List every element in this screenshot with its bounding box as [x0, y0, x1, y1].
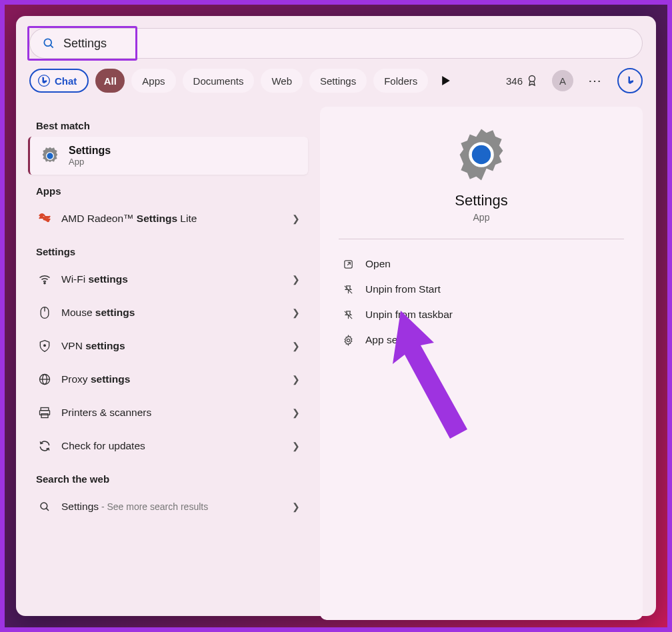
svg-line-1: [51, 45, 53, 48]
chevron-right-icon: ❯: [292, 501, 300, 512]
best-match-title: Settings: [69, 145, 111, 157]
settings-header: Settings: [29, 241, 308, 263]
shield-icon: [37, 339, 52, 353]
preview-header: Settings App: [339, 125, 624, 239]
search-bar[interactable]: [29, 28, 643, 59]
gear-icon: [341, 335, 355, 346]
action-unpin-start[interactable]: Unpin from Start: [339, 277, 624, 302]
svg-line-20: [46, 508, 49, 511]
best-match-subtitle: App: [69, 157, 111, 167]
refresh-icon: [37, 439, 52, 453]
action-unpin-taskbar[interactable]: Unpin from taskbar: [339, 302, 624, 327]
tab-apps[interactable]: Apps: [131, 69, 175, 93]
tab-chat-label: Chat: [55, 75, 77, 87]
search-window: Chat All Apps Documents Web Settings Fol…: [16, 16, 656, 616]
preview-panel: Settings App Open Unpin from Start Unpin…: [320, 107, 643, 620]
reward-points[interactable]: 346: [506, 75, 537, 87]
printer-icon: [37, 405, 52, 420]
results-column: Best match Settings App Apps AMD Radeon™…: [29, 107, 308, 620]
chevron-right-icon: ❯: [292, 274, 300, 285]
preview-subtitle: App: [473, 212, 490, 223]
chevron-right-icon: ❯: [292, 441, 300, 451]
svg-point-6: [40, 215, 43, 218]
preview-title: Settings: [455, 192, 508, 209]
action-open[interactable]: Open: [339, 251, 624, 277]
filter-tabs-row: Chat All Apps Documents Web Settings Fol…: [29, 68, 643, 93]
setting-wifi[interactable]: Wi-Fi settings ❯: [29, 263, 308, 296]
apps-header: Apps: [29, 180, 308, 202]
setting-proxy[interactable]: Proxy settings ❯: [29, 363, 308, 396]
wifi-icon: [37, 272, 52, 287]
mouse-icon: [37, 305, 52, 320]
search-web-header: Search the web: [29, 468, 308, 490]
best-match-result[interactable]: Settings App: [28, 137, 308, 175]
bing-icon: [37, 74, 51, 87]
best-match-header: Best match: [29, 115, 308, 137]
tab-folders[interactable]: Folders: [373, 69, 428, 93]
chevron-right-icon: ❯: [292, 341, 300, 351]
avatar[interactable]: A: [552, 70, 573, 91]
action-app-settings[interactable]: App settings: [339, 327, 624, 353]
chevron-right-icon: ❯: [292, 307, 300, 318]
svg-rect-18: [41, 414, 48, 418]
search-icon: [37, 499, 52, 514]
globe-icon: [37, 372, 52, 387]
gear-icon: [452, 125, 511, 184]
app-result-amd[interactable]: AMD Radeon™ Settings Lite ❯: [29, 202, 308, 235]
search-icon: [42, 37, 55, 50]
tab-web[interactable]: Web: [261, 69, 303, 93]
medal-icon: [527, 75, 537, 87]
more-icon[interactable]: ⋯: [583, 73, 607, 89]
setting-updates[interactable]: Check for updates ❯: [29, 429, 308, 463]
tab-all[interactable]: All: [95, 69, 125, 93]
open-icon: [341, 259, 355, 270]
setting-mouse[interactable]: Mouse settings ❯: [29, 296, 308, 329]
chevron-right-icon: ❯: [292, 213, 300, 224]
svg-point-9: [44, 283, 45, 284]
web-search-result[interactable]: Settings - See more search results ❯: [29, 490, 308, 523]
svg-point-19: [41, 503, 47, 509]
search-bar-container: [29, 28, 643, 59]
tab-settings[interactable]: Settings: [309, 69, 367, 93]
tab-chat[interactable]: Chat: [29, 69, 89, 93]
play-icon[interactable]: [439, 73, 453, 88]
unpin-icon: [341, 284, 355, 295]
svg-point-3: [529, 76, 535, 82]
chevron-right-icon: ❯: [292, 374, 300, 385]
setting-vpn[interactable]: VPN settings ❯: [29, 329, 308, 363]
content-area: Best match Settings App Apps AMD Radeon™…: [29, 107, 643, 620]
unpin-icon: [341, 309, 355, 321]
setting-printers[interactable]: Printers & scanners ❯: [29, 396, 308, 429]
chevron-right-icon: ❯: [292, 407, 300, 418]
svg-point-12: [44, 345, 46, 347]
bing-button[interactable]: [617, 68, 643, 93]
svg-point-8: [43, 217, 46, 220]
amd-icon: [37, 211, 52, 226]
tab-documents[interactable]: Documents: [183, 69, 255, 93]
search-input[interactable]: [63, 37, 630, 51]
svg-point-0: [44, 39, 51, 46]
svg-point-7: [47, 219, 49, 222]
svg-point-28: [347, 339, 349, 341]
gear-icon: [39, 145, 61, 167]
